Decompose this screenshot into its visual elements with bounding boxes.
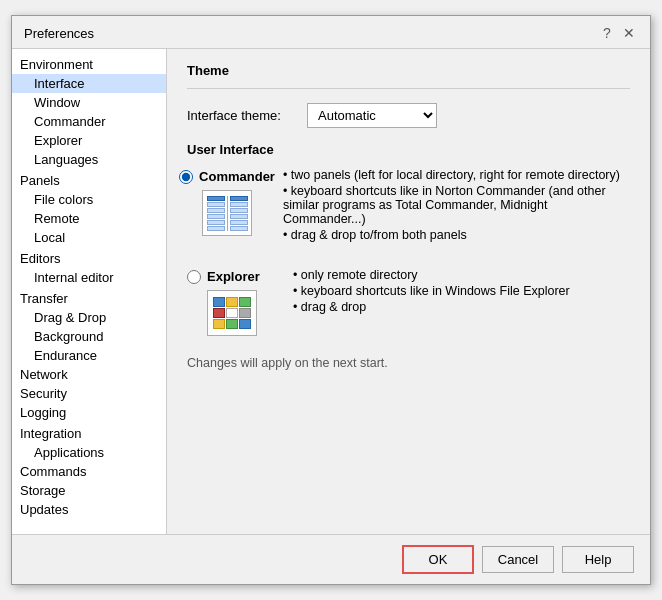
ok-button[interactable]: OK (402, 545, 474, 574)
ui-options: Commander (187, 167, 630, 336)
sidebar-item-internal-editor[interactable]: Internal editor (12, 268, 166, 287)
dialog-title: Preferences (24, 26, 94, 41)
explorer-option-row: Explorer (187, 267, 630, 336)
commander-radio[interactable] (179, 170, 193, 184)
sidebar-group-integration: Integration (12, 422, 166, 443)
commander-panel-icon (207, 196, 248, 231)
content-area: Theme Interface theme: Automatic Light D… (167, 49, 650, 534)
sidebar-item-updates[interactable]: Updates (12, 500, 166, 519)
sidebar: Environment Interface Window Commander E… (12, 49, 167, 534)
commander-radio-group: Commander (179, 169, 275, 184)
sidebar-item-drag-drop[interactable]: Drag & Drop (12, 308, 166, 327)
close-title-button[interactable]: ✕ (620, 24, 638, 42)
explorer-bullet-3: drag & drop (293, 299, 570, 315)
sidebar-item-logging[interactable]: Logging (12, 403, 166, 422)
changes-note: Changes will apply on the next start. (187, 356, 630, 370)
explorer-panel-icon (211, 295, 253, 331)
commander-bullet-3: drag & drop to/from both panels (283, 227, 630, 243)
sidebar-item-explorer[interactable]: Explorer (12, 131, 166, 150)
sidebar-item-network[interactable]: Network (12, 365, 166, 384)
sidebar-item-languages[interactable]: Languages (12, 150, 166, 169)
right-panel (230, 196, 248, 231)
theme-separator (187, 88, 630, 89)
title-bar: Preferences ? ✕ (12, 16, 650, 49)
theme-row: Interface theme: Automatic Light Dark (187, 103, 630, 128)
commander-icon-box (202, 190, 252, 236)
sidebar-item-storage[interactable]: Storage (12, 481, 166, 500)
explorer-icon-box (207, 290, 257, 336)
theme-label: Interface theme: (187, 108, 297, 123)
dialog-footer: OK Cancel Help (12, 534, 650, 584)
commander-bullet-1: two panels (left for local directory, ri… (283, 167, 630, 183)
theme-section-title: Theme (187, 63, 630, 78)
title-bar-left: Preferences (24, 26, 94, 41)
preferences-dialog: Preferences ? ✕ Environment Interface Wi… (11, 15, 651, 585)
commander-option-row: Commander (187, 167, 630, 243)
explorer-bullet-1: only remote directory (293, 267, 570, 283)
explorer-radio[interactable] (187, 270, 201, 284)
commander-bullet-2: keyboard shortcuts like in Norton Comman… (283, 183, 630, 227)
explorer-bullets: only remote directory keyboard shortcuts… (293, 267, 570, 315)
title-bar-right: ? ✕ (598, 24, 638, 42)
dialog-body: Environment Interface Window Commander E… (12, 49, 650, 534)
sidebar-item-security[interactable]: Security (12, 384, 166, 403)
sidebar-item-file-colors[interactable]: File colors (12, 190, 166, 209)
cancel-button[interactable]: Cancel (482, 546, 554, 573)
commander-label: Commander (199, 169, 275, 184)
sidebar-item-endurance[interactable]: Endurance (12, 346, 166, 365)
theme-select[interactable]: Automatic Light Dark (307, 103, 437, 128)
help-button[interactable]: Help (562, 546, 634, 573)
sidebar-group-editors: Editors (12, 247, 166, 268)
sidebar-item-interface[interactable]: Interface (12, 74, 166, 93)
explorer-radio-group: Explorer (187, 269, 277, 284)
left-panel (207, 196, 225, 231)
commander-bullets: two panels (left for local directory, ri… (283, 167, 630, 243)
sidebar-item-local[interactable]: Local (12, 228, 166, 247)
sidebar-item-applications[interactable]: Applications (12, 443, 166, 462)
sidebar-group-transfer: Transfer (12, 287, 166, 308)
explorer-bullet-2: keyboard shortcuts like in Windows File … (293, 283, 570, 299)
sidebar-group-panels: Panels (12, 169, 166, 190)
help-title-button[interactable]: ? (598, 24, 616, 42)
ui-section-title: User Interface (187, 142, 630, 157)
sidebar-item-commander[interactable]: Commander (12, 112, 166, 131)
sidebar-item-remote[interactable]: Remote (12, 209, 166, 228)
sidebar-item-commands[interactable]: Commands (12, 462, 166, 481)
sidebar-item-background[interactable]: Background (12, 327, 166, 346)
explorer-label: Explorer (207, 269, 260, 284)
sidebar-group-environment: Environment (12, 53, 166, 74)
sidebar-item-window[interactable]: Window (12, 93, 166, 112)
